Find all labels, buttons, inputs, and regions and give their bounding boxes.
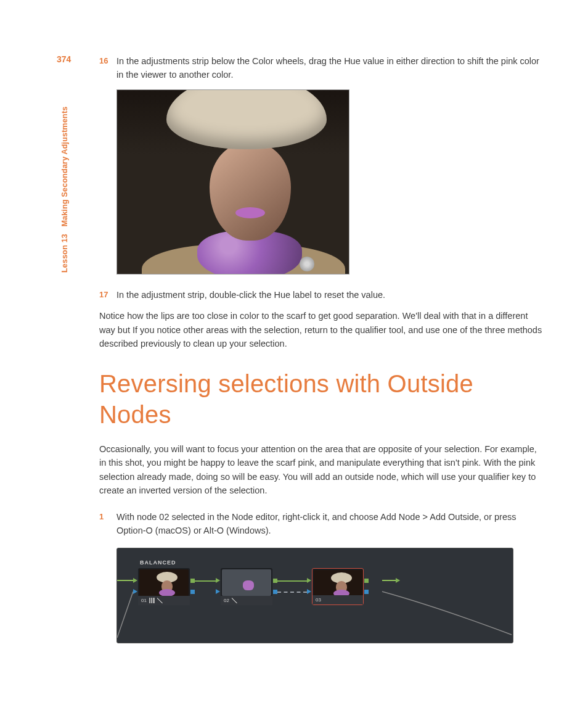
- body-paragraph: Occasionally, you will want to focus you…: [99, 442, 543, 498]
- node-01: 01: [138, 568, 190, 605]
- bars-icon: [149, 598, 155, 603]
- step-text: With node 02 selected in the Node editor…: [116, 510, 543, 538]
- node-output-rgb-icon: [273, 579, 277, 583]
- step-text: In the adjustments strip below the Color…: [116, 54, 543, 82]
- node-output-alpha-icon: [190, 590, 195, 594]
- graph-output-rgb-icon: [396, 578, 400, 583]
- node-thumbnail: [314, 570, 363, 596]
- node-input-alpha-icon: [133, 589, 137, 594]
- step-number: 16: [99, 54, 116, 82]
- step-16: 16 In the adjustments strip below the Co…: [99, 54, 543, 82]
- sidebar-running-head: Lesson 13 Making Secondary Adjustments: [60, 107, 69, 273]
- node-output-rgb-icon: [190, 579, 195, 583]
- node-02: 02: [221, 568, 272, 605]
- connection-line: [277, 580, 307, 582]
- qualifier-icon: [232, 598, 237, 603]
- node-number: 02: [224, 596, 229, 605]
- node-input-alpha-icon: [307, 589, 311, 594]
- node-input-rgb-icon: [133, 578, 137, 583]
- step-17: 17 In the adjustment strip, double-click…: [99, 288, 543, 302]
- node-output-rgb-icon: [364, 579, 369, 583]
- section-heading: Reversing selections with Outside Nodes: [99, 368, 543, 430]
- lesson-number: Lesson 13: [60, 234, 69, 273]
- screenshot-color-graded-portrait: [116, 89, 349, 274]
- node-thumbnail: [139, 569, 189, 596]
- figure-node-editor: BALANCED 01: [116, 548, 513, 643]
- node-number: 01: [141, 596, 147, 605]
- body-paragraph: Notice how the lips are too close in col…: [99, 309, 543, 350]
- node-input-rgb-icon: [307, 578, 311, 583]
- node-input-rgb-icon: [216, 578, 220, 583]
- connection-line: [195, 580, 216, 582]
- step-1: 1 With node 02 selected in the Node edit…: [99, 510, 543, 538]
- node-output-alpha-icon: [364, 590, 369, 594]
- figure-portrait: [116, 89, 543, 274]
- node-input-alpha-icon: [216, 589, 220, 594]
- connection-dashed: [277, 592, 307, 593]
- node-number: 03: [316, 595, 321, 604]
- page-number: 374: [57, 54, 71, 64]
- step-number: 1: [99, 510, 116, 538]
- step-number: 17: [99, 288, 116, 302]
- node-03-selected: 03: [312, 568, 364, 605]
- wand-icon: [157, 598, 163, 603]
- node-thumbnail: [222, 569, 271, 596]
- step-text: In the adjustment strip, double-click th…: [116, 288, 543, 302]
- lesson-title: Making Secondary Adjustments: [60, 107, 69, 227]
- node-output-alpha-icon: [273, 590, 277, 594]
